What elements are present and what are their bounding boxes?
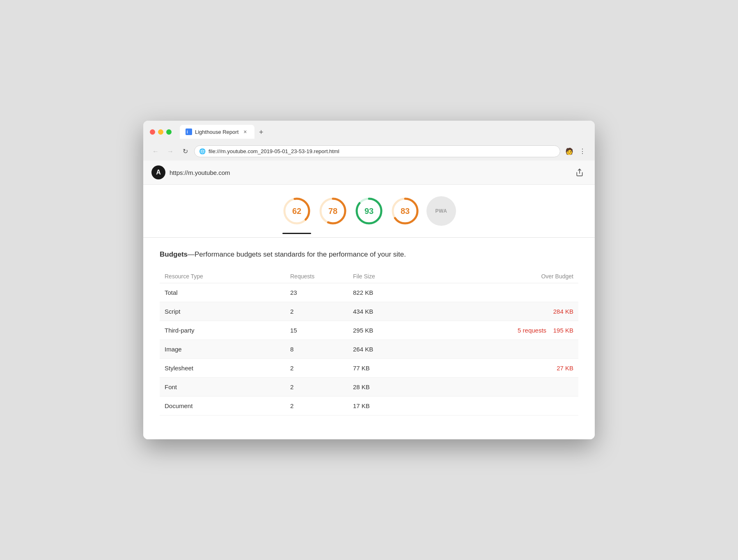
- svg-text:i: i: [187, 130, 188, 134]
- score-seo[interactable]: 83: [390, 196, 420, 226]
- score-accessibility[interactable]: 78: [318, 196, 348, 226]
- table-header-row: Resource Type Requests File Size Over Bu…: [160, 270, 578, 283]
- share-button[interactable]: [573, 165, 587, 179]
- col-header-resource: Resource Type: [160, 270, 285, 283]
- close-button[interactable]: [150, 129, 155, 135]
- col-header-filesize: File Size: [348, 270, 432, 283]
- cell-resource: Image: [160, 340, 285, 358]
- pwa-circle: PWA: [426, 196, 456, 226]
- active-tab[interactable]: i Lighthouse Report ×: [180, 125, 254, 139]
- score-circle-83: 83: [390, 196, 420, 226]
- forward-icon: →: [167, 148, 174, 155]
- score-circle-62: 62: [282, 196, 312, 226]
- table-row: Image8264 KB: [160, 340, 578, 358]
- forward-button[interactable]: →: [165, 146, 176, 157]
- new-tab-button[interactable]: +: [255, 126, 267, 138]
- score-value-93: 93: [364, 207, 374, 216]
- cell-resource: Third-party: [160, 321, 285, 340]
- cell-requests: 2: [285, 377, 348, 396]
- score-performance[interactable]: 62: [282, 196, 312, 226]
- score-value-62: 62: [292, 207, 301, 216]
- score-value-83: 83: [401, 207, 410, 216]
- cell-requests: 23: [285, 283, 348, 302]
- cell-resource: Total: [160, 283, 285, 302]
- tab-title: Lighthouse Report: [195, 129, 238, 135]
- cell-resource: Font: [160, 377, 285, 396]
- pwa-label: PWA: [435, 208, 447, 214]
- back-icon: ←: [152, 148, 159, 155]
- address-input-wrapper: 🌐: [194, 145, 560, 157]
- page-content: 62 78: [143, 185, 595, 439]
- lock-icon: 🌐: [199, 148, 206, 154]
- menu-icon: ⋮: [579, 147, 586, 155]
- col-header-overbudget: Over Budget: [432, 270, 578, 283]
- site-logo: A: [151, 165, 165, 179]
- table-row: Stylesheet277 KB27 KB: [160, 358, 578, 377]
- cell-resource: Document: [160, 396, 285, 415]
- score-circle-93: 93: [354, 196, 384, 226]
- cell-overbudget: 284 KB: [432, 302, 578, 321]
- cell-requests: 2: [285, 302, 348, 321]
- toolbar-right: 🧑 ⋮: [564, 146, 588, 157]
- budgets-title-rest: —Performance budgets set standards for t…: [188, 250, 406, 258]
- cell-resource: Script: [160, 302, 285, 321]
- table-row: Font228 KB: [160, 377, 578, 396]
- menu-button[interactable]: ⋮: [577, 146, 588, 157]
- cell-resource: Stylesheet: [160, 358, 285, 377]
- cell-filesize: 264 KB: [348, 340, 432, 358]
- cell-overbudget: [432, 396, 578, 415]
- site-logo-area: A https://m.youtube.com: [151, 165, 230, 179]
- back-button[interactable]: ←: [150, 146, 161, 157]
- site-header: A https://m.youtube.com: [143, 161, 595, 185]
- browser-window: i Lighthouse Report × + ← → ↻ 🌐 🧑: [143, 121, 595, 439]
- tab-close-button[interactable]: ×: [241, 128, 249, 135]
- scores-row: 62 78: [143, 185, 595, 234]
- col-header-requests: Requests: [285, 270, 348, 283]
- lighthouse-tab-icon: i: [186, 129, 192, 135]
- cell-requests: 8: [285, 340, 348, 358]
- table-row: Total23822 KB: [160, 283, 578, 302]
- address-input[interactable]: [194, 145, 560, 157]
- cell-overbudget: [432, 340, 578, 358]
- cell-requests: 15: [285, 321, 348, 340]
- cell-requests: 2: [285, 396, 348, 415]
- budgets-title: Budgets—Performance budgets set standard…: [160, 249, 578, 260]
- tab-bar: i Lighthouse Report × +: [180, 125, 267, 139]
- score-pwa[interactable]: PWA: [426, 196, 456, 226]
- table-row: Third-party15295 KB5 requests 195 KB: [160, 321, 578, 340]
- address-bar-row: ← → ↻ 🌐 🧑 ⋮: [143, 142, 595, 161]
- cell-overbudget: [432, 377, 578, 396]
- maximize-button[interactable]: [166, 129, 172, 135]
- reload-icon: ↻: [183, 147, 188, 155]
- share-icon: [575, 168, 584, 177]
- cell-filesize: 28 KB: [348, 377, 432, 396]
- window-controls: [150, 129, 172, 135]
- minimize-button[interactable]: [158, 129, 163, 135]
- title-bar: i Lighthouse Report × +: [143, 121, 595, 142]
- logo-letter: A: [156, 169, 161, 176]
- budgets-section: Budgets—Performance budgets set standard…: [143, 238, 595, 427]
- score-circle-78: 78: [318, 196, 348, 226]
- budgets-table: Resource Type Requests File Size Over Bu…: [160, 270, 578, 415]
- table-row: Document217 KB: [160, 396, 578, 415]
- reload-button[interactable]: ↻: [179, 146, 191, 157]
- cell-filesize: 17 KB: [348, 396, 432, 415]
- cell-filesize: 822 KB: [348, 283, 432, 302]
- bottom-padding: [143, 427, 595, 439]
- profile-icon: 🧑: [565, 147, 573, 155]
- cell-requests: 2: [285, 358, 348, 377]
- cell-filesize: 77 KB: [348, 358, 432, 377]
- table-row: Script2434 KB284 KB: [160, 302, 578, 321]
- cell-filesize: 295 KB: [348, 321, 432, 340]
- site-url: https://m.youtube.com: [170, 169, 230, 176]
- profile-button[interactable]: 🧑: [564, 146, 575, 157]
- cell-overbudget: 27 KB: [432, 358, 578, 377]
- cell-overbudget: 5 requests 195 KB: [432, 321, 578, 340]
- budgets-title-bold: Budgets: [160, 250, 188, 258]
- cell-filesize: 434 KB: [348, 302, 432, 321]
- score-best-practices[interactable]: 93: [354, 196, 384, 226]
- cell-overbudget: [432, 283, 578, 302]
- score-value-78: 78: [328, 207, 337, 216]
